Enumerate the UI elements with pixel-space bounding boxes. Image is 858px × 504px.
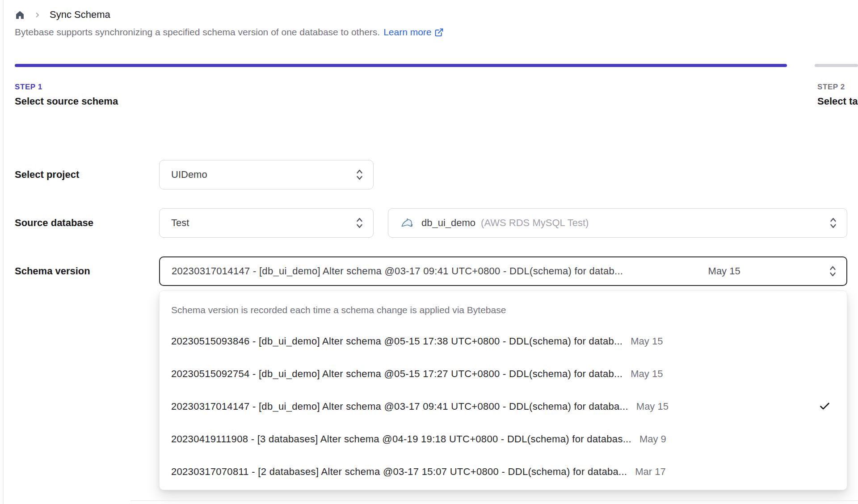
- step-2-number: STEP 2: [817, 83, 858, 92]
- step-2: STEP 2 Select target databases: [817, 83, 858, 107]
- external-link-icon: [434, 28, 444, 37]
- schema-version-row: Schema version 20230317014147 - [db_ui_d…: [0, 256, 858, 286]
- source-database-label: Source database: [15, 208, 93, 238]
- option-date: Mar 17: [635, 466, 665, 478]
- option-date: May 15: [631, 336, 663, 347]
- option-date: May 15: [631, 368, 663, 380]
- step-2-title: Select target databases: [817, 96, 858, 107]
- chevron-updown-icon: [828, 265, 837, 277]
- option-text: 20230317070811 - [2 databases] Alter sch…: [171, 466, 627, 478]
- option-text: 20230515093846 - [db_ui_demo] Alter sche…: [171, 336, 622, 347]
- step-1: STEP 1 Select source schema: [15, 83, 118, 107]
- chevron-right-icon: [34, 12, 41, 18]
- step-1-number: STEP 1: [15, 83, 118, 92]
- schema-version-select-date: May 15: [699, 265, 752, 277]
- source-database-row: Source database Test db_ui_demo (AWS RDS…: [0, 208, 858, 238]
- schema-version-select[interactable]: 20230317014147 - [db_ui_demo] Alter sche…: [159, 256, 847, 286]
- schema-version-dropdown: Schema version is recorded each time a s…: [159, 290, 847, 490]
- chevron-updown-icon: [355, 217, 364, 229]
- option-text: 20230419111908 - [3 databases] Alter sch…: [171, 433, 631, 445]
- option-date: May 9: [639, 433, 666, 445]
- database-select-detail: (AWS RDS MySQL Test): [481, 217, 589, 229]
- mysql-icon: [400, 215, 415, 231]
- intro-text: Bytebase supports synchronizing a specif…: [15, 27, 444, 38]
- chevron-updown-icon: [829, 217, 838, 229]
- chevron-updown-icon: [355, 168, 364, 181]
- schema-version-option-selected[interactable]: 20230317014147 - [db_ui_demo] Alter sche…: [160, 390, 847, 423]
- project-row: Select project UIDemo: [0, 160, 858, 189]
- schema-version-option[interactable]: 20230419111908 - [3 databases] Alter sch…: [160, 423, 847, 455]
- option-text: 20230317014147 - [db_ui_demo] Alter sche…: [171, 401, 628, 412]
- learn-more-link[interactable]: Learn more: [383, 27, 443, 38]
- database-select-value: db_ui_demo: [421, 217, 475, 229]
- option-text: 20230515092754 - [db_ui_demo] Alter sche…: [171, 368, 622, 380]
- sync-schema-page: Sync Schema Bytebase supports synchroniz…: [0, 0, 858, 504]
- database-select[interactable]: db_ui_demo (AWS RDS MySQL Test): [388, 208, 847, 238]
- step-1-title: Select source schema: [15, 96, 118, 107]
- schema-version-option[interactable]: 20230515093846 - [db_ui_demo] Alter sche…: [160, 325, 847, 357]
- intro-description: Bytebase supports synchronizing a specif…: [15, 27, 380, 38]
- schema-version-label: Schema version: [15, 256, 90, 286]
- home-icon[interactable]: [15, 10, 25, 20]
- step1-progress-bar: [15, 64, 787, 67]
- project-select[interactable]: UIDemo: [159, 160, 374, 189]
- learn-more-label: Learn more: [383, 27, 431, 38]
- step2-progress-bar: [815, 64, 858, 67]
- schema-version-option[interactable]: 20230317070811 - [2 databases] Alter sch…: [160, 455, 847, 488]
- project-label: Select project: [15, 160, 79, 189]
- check-icon: [819, 400, 831, 412]
- option-date: May 15: [636, 401, 669, 412]
- bottom-divider: [130, 500, 858, 501]
- page-title: Sync Schema: [50, 9, 110, 21]
- environment-select-value: Test: [171, 217, 189, 229]
- schema-version-select-value: 20230317014147 - [db_ui_demo] Alter sche…: [172, 265, 623, 277]
- breadcrumb: Sync Schema: [15, 7, 110, 22]
- environment-select[interactable]: Test: [159, 208, 374, 238]
- project-select-value: UIDemo: [171, 169, 207, 181]
- schema-version-option[interactable]: 20230515092754 - [db_ui_demo] Alter sche…: [160, 357, 847, 390]
- left-divider: [3, 0, 4, 504]
- dropdown-hint: Schema version is recorded each time a s…: [160, 295, 847, 325]
